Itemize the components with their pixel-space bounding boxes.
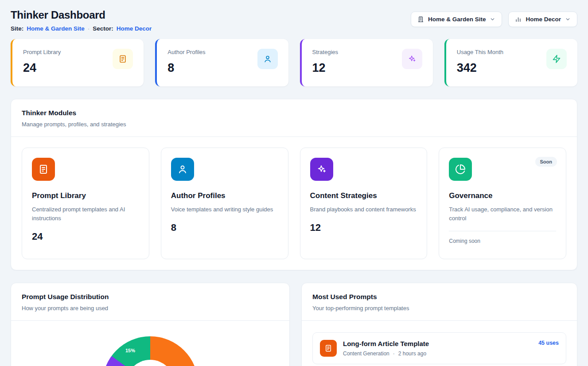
modules-grid: Prompt Library Centralized prompt templa… [11,137,577,270]
sector-link[interactable]: Home Decor [117,25,152,32]
usage-donut: 15% [102,336,198,366]
chevron-down-icon [565,16,571,22]
separator-dot: · [88,25,90,32]
separator-dot: · [393,350,395,357]
usage-distribution-panel: Prompt Usage Distribution How your promp… [11,283,290,366]
modules-title: Thinker Modules [22,109,566,117]
breadcrumb: Site: Home & Garden Site · Sector: Home … [11,25,152,32]
stat-card-prompt-library: Prompt Library 24 [11,39,144,86]
modules-panel-header: Thinker Modules Manage prompts, profiles… [11,99,577,136]
module-count: 8 [171,222,278,234]
site-label: Site: [11,25,23,32]
stat-value: 12 [312,61,339,75]
usage-panel-title: Prompt Usage Distribution [22,293,279,301]
prompt-item-body: Long-form Article Template Content Gener… [343,340,429,357]
sparkle-star-icon [310,158,333,181]
module-card-author-profiles[interactable]: Author Profiles Voice templates and writ… [161,148,288,259]
prompt-list-item[interactable]: Long-form Article Template Content Gener… [312,332,566,364]
document-icon [32,158,55,181]
sector-selector-dropdown[interactable]: Home Decor [508,12,577,27]
pie-chart-icon [449,158,472,181]
divider [302,320,577,321]
prompt-time: 2 hours ago [398,350,426,357]
bottom-row: Prompt Usage Distribution How your promp… [11,283,577,366]
stat-card-strategies: Strategies 12 [300,39,433,86]
prompts-panel-title: Most Used Prompts [312,293,566,301]
donut-chart-area: 15% [11,321,289,366]
module-title: Content Strategies [310,191,417,200]
modules-subtitle: Manage prompts, profiles, and strategies [22,121,566,128]
module-title: Governance [449,191,556,200]
prompt-uses-badge: 45 uses [538,340,559,346]
document-icon [320,340,337,357]
stat-value: 8 [167,61,205,75]
prompts-panel-header: Most Used Prompts Your top-performing pr… [302,283,577,320]
module-count: 12 [310,222,417,234]
soon-badge: Soon [535,157,557,167]
site-selector-value: Home & Garden Site [428,16,486,23]
header-selectors: Home & Garden Site Home Decor [411,12,577,27]
building-icon [417,16,424,23]
thinker-modules-panel: Thinker Modules Manage prompts, profiles… [11,99,577,270]
prompt-item-title: Long-form Article Template [343,340,429,347]
chevron-down-icon [490,16,495,22]
module-count: 24 [32,231,139,242]
lightning-bolt-icon [546,49,567,69]
person-icon [257,49,278,69]
usage-panel-subtitle: How your prompts are being used [22,305,279,311]
module-description: Voice templates and writing style guides [171,205,278,214]
site-link[interactable]: Home & Garden Site [27,25,85,32]
module-card-content-strategies[interactable]: Content Strategies Brand playbooks and c… [300,148,428,259]
stat-label: Author Profiles [167,49,205,55]
module-title: Author Profiles [171,191,278,200]
usage-panel-header: Prompt Usage Distribution How your promp… [11,283,289,320]
coming-soon-label: Coming soon [449,238,556,244]
divider [449,231,556,231]
module-card-prompt-library[interactable]: Prompt Library Centralized prompt templa… [22,148,149,259]
sector-selector-value: Home Decor [526,16,561,23]
stat-value: 24 [23,61,61,75]
dashboard-page: Thinker Dashboard Site: Home & Garden Si… [0,0,588,366]
page-title: Thinker Dashboard [11,9,152,21]
module-description: Centralized prompt templates and AI inst… [32,205,139,223]
header: Thinker Dashboard Site: Home & Garden Si… [11,9,577,32]
sparkle-star-icon [402,49,422,69]
stat-card-usage: Usage This Month 342 [444,39,577,86]
header-left: Thinker Dashboard Site: Home & Garden Si… [11,9,152,32]
person-icon [171,158,194,181]
module-description: Brand playbooks and content frameworks [310,205,417,214]
module-description: Track AI usage, compliance, and version … [449,205,556,223]
stats-row: Prompt Library 24 Author Profiles 8 Stra… [11,39,577,86]
site-selector-dropdown[interactable]: Home & Garden Site [411,12,502,27]
module-title: Prompt Library [32,191,139,200]
prompt-item-meta: Content Generation · 2 hours ago [343,350,429,357]
document-icon [113,49,133,69]
stat-card-author-profiles: Author Profiles 8 [155,39,288,86]
most-used-prompts-panel: Most Used Prompts Your top-performing pr… [301,283,577,366]
prompts-panel-subtitle: Your top-performing prompt templates [312,305,566,311]
module-card-governance[interactable]: Soon Governance Track AI usage, complian… [439,148,566,259]
bar-chart-icon [515,16,522,23]
stat-label: Strategies [312,49,339,55]
donut-segment-label: 15% [125,348,135,353]
stat-label: Prompt Library [23,49,61,55]
prompt-category: Content Generation [343,350,389,357]
sector-label: Sector: [93,25,113,32]
stat-value: 342 [457,61,503,75]
stat-label: Usage This Month [457,49,503,55]
